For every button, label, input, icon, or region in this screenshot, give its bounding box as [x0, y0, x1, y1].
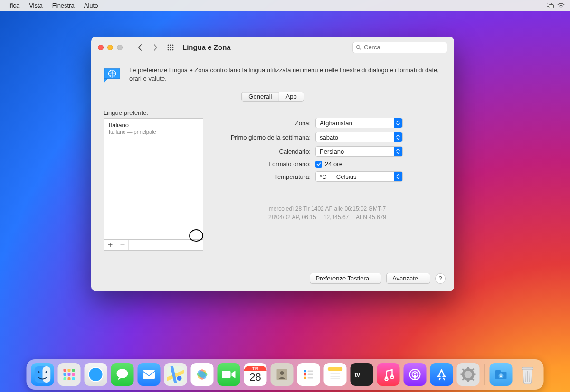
svg-line-69	[472, 369, 474, 371]
svg-point-2	[560, 7, 562, 8]
svg-rect-47	[308, 374, 314, 375]
select-arrow-icon	[394, 172, 402, 181]
svg-point-48	[304, 377, 306, 379]
temperature-select[interactable]: °C — Celsius	[315, 171, 403, 182]
svg-point-32	[117, 369, 128, 378]
svg-rect-51	[328, 367, 343, 371]
help-button[interactable]: ?	[435, 273, 446, 284]
time-format-value: 24 ore	[325, 160, 342, 168]
svg-rect-72	[495, 370, 501, 373]
pane-icon	[104, 66, 123, 85]
svg-point-4	[170, 44, 171, 46]
svg-rect-16	[43, 366, 51, 383]
desktop: ifica Vista Finestra Aiuto	[0, 0, 570, 392]
select-arrow-icon	[394, 118, 402, 128]
keyboard-preferences-button[interactable]: Preferenze Tastiera…	[310, 273, 382, 284]
dock-photos[interactable]	[191, 363, 214, 386]
select-arrow-icon	[394, 147, 402, 156]
svg-point-35	[177, 376, 182, 381]
tab-app[interactable]: App	[279, 92, 304, 101]
dock-settings[interactable]	[457, 363, 480, 386]
svg-rect-1	[549, 4, 554, 8]
svg-point-9	[168, 49, 169, 50]
svg-point-3	[168, 44, 169, 46]
plus-icon	[108, 243, 113, 247]
svg-rect-40	[222, 371, 231, 378]
preferred-languages-list[interactable]: Italiano Italiano — principale	[104, 118, 203, 240]
window-footer: Preferenze Tastiera… Avanzate… ?	[91, 267, 454, 291]
svg-point-5	[172, 44, 174, 46]
dock-reminders[interactable]	[297, 363, 320, 386]
remove-language-button	[116, 240, 129, 250]
time-format-checkbox[interactable]	[315, 161, 322, 168]
titlebar: Lingua e Zona	[91, 37, 454, 58]
dock-safari[interactable]	[85, 363, 107, 386]
tab-bar: Generali App	[91, 90, 454, 106]
region-value: Afghanistan	[320, 120, 352, 127]
back-button[interactable]	[135, 42, 145, 53]
search-input[interactable]	[364, 44, 444, 51]
menu-item-help[interactable]: Aiuto	[79, 2, 103, 9]
add-language-button[interactable]	[104, 240, 116, 250]
dock-notes[interactable]	[324, 363, 347, 386]
minimize-button[interactable]	[107, 45, 113, 50]
dock-music[interactable]	[377, 363, 400, 386]
dock-finder[interactable]	[31, 363, 54, 386]
control-center-icon[interactable]	[545, 3, 556, 9]
dock: TIR 28 tv	[27, 359, 544, 390]
menu-item-view[interactable]: Vista	[24, 2, 48, 9]
svg-line-13	[360, 48, 361, 50]
menu-item-edit[interactable]: ifica	[4, 2, 24, 9]
svg-rect-22	[64, 373, 66, 376]
dock-maps[interactable]	[164, 363, 187, 386]
svg-line-70	[463, 378, 465, 380]
wifi-icon[interactable]	[556, 3, 566, 9]
region-select[interactable]: Afghanistan	[315, 118, 403, 128]
first-day-label: Primo giorno della settimana:	[213, 134, 315, 141]
time-format-label: Formato orario:	[213, 160, 315, 168]
svg-point-57	[391, 374, 394, 377]
format-preview: mercoledì 28 Tir 1402 AP alle 06:15:02 G…	[213, 205, 442, 222]
svg-point-46	[304, 373, 306, 376]
svg-rect-25	[64, 377, 66, 380]
dock-facetime[interactable]	[218, 363, 240, 386]
dock-podcasts[interactable]	[404, 363, 427, 386]
dock-contacts[interactable]	[271, 363, 294, 386]
dock-separator	[484, 364, 485, 385]
dock-trash[interactable]	[516, 363, 539, 386]
dock-downloads[interactable]	[490, 363, 513, 386]
temperature-value: °C — Celsius	[320, 173, 356, 180]
menu-item-window[interactable]: Finestra	[48, 2, 79, 9]
svg-point-18	[46, 371, 48, 373]
first-day-select[interactable]: sabato	[315, 132, 403, 142]
svg-rect-23	[68, 373, 71, 376]
window-controls	[98, 45, 123, 50]
dock-mail[interactable]	[138, 363, 161, 386]
svg-point-62	[465, 371, 472, 378]
tab-general[interactable]: Generali	[242, 92, 279, 101]
dock-calendar[interactable]: TIR 28	[244, 363, 267, 386]
search-field[interactable]	[352, 42, 447, 53]
region-label: Zona:	[213, 120, 315, 127]
calendar-day: 28	[249, 371, 261, 383]
first-day-value: sabato	[320, 134, 338, 141]
svg-point-10	[170, 49, 171, 50]
language-name: Italiano	[109, 121, 198, 129]
svg-point-60	[414, 373, 416, 375]
svg-rect-27	[72, 377, 75, 380]
language-subtitle: Italiano — principale	[109, 129, 198, 135]
language-list-footer	[104, 240, 203, 251]
language-item[interactable]: Italiano Italiano — principale	[104, 119, 203, 139]
dock-messages[interactable]	[111, 363, 134, 386]
svg-rect-21	[72, 369, 75, 372]
advanced-button[interactable]: Avanzate…	[386, 273, 430, 284]
svg-point-8	[172, 47, 174, 48]
dock-tv[interactable]: tv	[351, 363, 373, 386]
dock-appstore[interactable]	[430, 363, 453, 386]
close-button[interactable]	[98, 45, 104, 50]
calendar-select[interactable]: Persiano	[315, 146, 403, 157]
svg-rect-45	[308, 371, 314, 372]
svg-point-56	[385, 376, 388, 379]
show-all-button[interactable]	[165, 42, 176, 53]
dock-launchpad[interactable]	[58, 363, 81, 386]
